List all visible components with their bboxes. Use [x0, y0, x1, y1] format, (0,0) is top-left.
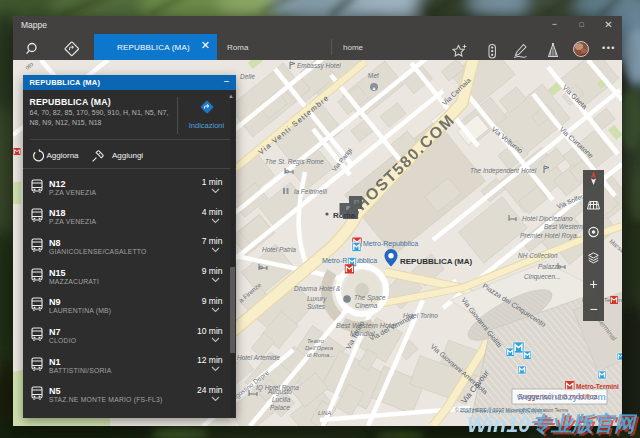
- svg-text:Palace: Palace: [270, 404, 290, 411]
- svg-text:Mef: Mef: [368, 72, 379, 79]
- svg-text:Hotel Patria: Hotel Patria: [262, 246, 296, 253]
- svg-text:Augusto: Augusto: [267, 388, 292, 396]
- svg-text:NH Collection: NH Collection: [518, 252, 558, 259]
- svg-text:The St. Regis Rome: The St. Regis Rome: [265, 158, 324, 166]
- svg-text:LINA: LINA: [318, 410, 331, 416]
- svg-text:REPUBBLICA (MA): REPUBBLICA (MA): [400, 257, 472, 266]
- svg-text:la Feltrinelli: la Feltrinelli: [294, 188, 327, 195]
- svg-text:Embassy Hotel: Embassy Hotel: [297, 62, 341, 70]
- svg-text:www.win10zyb.com: www.win10zyb.com: [516, 391, 606, 402]
- svg-text:Lucilia: Lucilia: [272, 396, 291, 403]
- svg-text:Cinema: Cinema: [355, 302, 378, 309]
- svg-text:Hotel Diocleziano: Hotel Diocleziano: [522, 215, 573, 222]
- svg-text:Roma: Roma: [333, 211, 356, 220]
- svg-text:Suites: Suites: [307, 303, 326, 310]
- svg-text:Hotel Artemide: Hotel Artemide: [237, 354, 280, 361]
- svg-text:Best Western: Best Western: [544, 223, 583, 230]
- svg-text:Cinquecen...: Cinquecen...: [524, 273, 561, 281]
- svg-text:The Space: The Space: [354, 294, 386, 302]
- svg-text:Dell'Opera: Dell'Opera: [305, 345, 334, 351]
- svg-text:di Roma...: di Roma...: [307, 352, 334, 358]
- svg-text:Teatro: Teatro: [307, 338, 324, 344]
- svg-text:Metro-Repubblica: Metro-Repubblica: [363, 240, 418, 248]
- svg-text:Dharma Hotel &: Dharma Hotel &: [294, 285, 340, 292]
- svg-text:▲: ▲: [372, 85, 377, 91]
- svg-text:Hotel Torino: Hotel Torino: [403, 312, 438, 319]
- svg-text:Delle: Delle: [240, 73, 255, 80]
- svg-text:Luxury: Luxury: [307, 295, 327, 303]
- svg-text:Premier Hotel Roya...: Premier Hotel Roya...: [520, 232, 582, 240]
- svg-text:The Independent Hotel: The Independent Hotel: [470, 167, 537, 175]
